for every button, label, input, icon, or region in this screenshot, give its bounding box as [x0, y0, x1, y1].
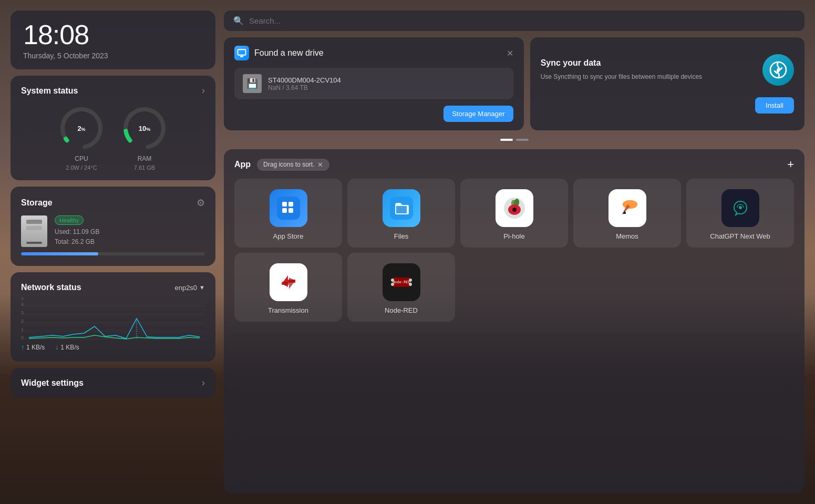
storage-header: Storage ⚙	[21, 197, 205, 209]
drive-notification-card: Found a new drive ✕ 💾 ST4000DM004-2CV104…	[224, 37, 524, 130]
svg-text:4: 4	[21, 302, 24, 307]
storage-used: Used: 11.09 GB	[55, 227, 99, 237]
ram-gauge-container: 10% RAM 7.61 GB	[121, 105, 168, 171]
svg-text:0: 0	[21, 335, 24, 340]
widget-settings-title: Widget settings	[21, 378, 84, 388]
app-grid: App Store	[234, 179, 794, 322]
svg-point-17	[770, 62, 786, 78]
pihole-label: Pi-hole	[503, 232, 524, 240]
healthy-badge: Healthy	[55, 215, 84, 225]
storage-card: Storage ⚙ Healthy Used: 11.09 GB Total: …	[11, 187, 215, 266]
svg-rect-20	[288, 202, 293, 207]
svg-rect-21	[282, 208, 287, 213]
upload-arrow-icon: ↑	[21, 344, 24, 351]
svg-text:3: 3	[21, 310, 24, 315]
ram-value: 10%	[139, 125, 150, 132]
install-button[interactable]: Install	[755, 97, 794, 114]
drive-notif-title-row: Found a new drive	[234, 46, 324, 60]
storage-settings-icon[interactable]: ⚙	[197, 197, 205, 209]
svg-point-33	[739, 206, 742, 209]
network-dropdown-icon[interactable]: ▼	[199, 284, 205, 291]
app-section: App Drag icons to sort. ✕ +	[224, 149, 804, 493]
network-header: Network status enp2s0 ▼	[21, 283, 205, 292]
system-status-chevron[interactable]: ›	[202, 85, 205, 96]
storage-manager-button[interactable]: Storage Manager	[443, 106, 513, 122]
syncthing-icon	[762, 54, 794, 86]
network-title: Network status	[21, 283, 81, 292]
drive-name: ST4000DM004-2CV104	[268, 76, 341, 84]
app-item-chatgpt[interactable]: ChatGPT Next Web	[686, 179, 794, 248]
storage-bar	[21, 252, 205, 255]
add-app-button[interactable]: +	[787, 158, 794, 171]
sync-card: Sync your data Use Syncthing to sync you…	[530, 37, 804, 130]
svg-text:2: 2	[21, 318, 24, 324]
pihole-icon	[496, 189, 533, 227]
network-stats: ↑ 1 KB/s ↓ 1 KB/s	[21, 344, 205, 351]
drive-notif-close[interactable]: ✕	[507, 48, 513, 58]
network-interface-label: enp2s0	[174, 284, 197, 292]
svg-rect-18	[277, 197, 300, 220]
drag-hint-chip: Drag icons to sort. ✕	[257, 159, 329, 171]
date-display: Thursday, 5 October 2023	[23, 52, 203, 60]
svg-text:1: 1	[21, 327, 24, 332]
drive-notif-title: Found a new drive	[254, 48, 324, 58]
dot-1	[500, 139, 513, 141]
drive-info: ST4000DM004-2CV104 NaN / 3.64 TB	[268, 76, 341, 91]
app-section-label: App	[234, 160, 251, 169]
chatgpt-icon	[721, 189, 759, 227]
ram-gauge: 10%	[121, 105, 168, 152]
pagination-dots	[224, 137, 804, 143]
upload-speed: 1 KB/s	[26, 344, 45, 351]
widget-settings-chevron[interactable]: ›	[202, 377, 205, 388]
network-card: Network status enp2s0 ▼ 0 1 2	[11, 272, 215, 362]
app-item-memos[interactable]: Memos	[573, 179, 681, 248]
app-item-files[interactable]: Files	[347, 179, 455, 248]
search-input[interactable]	[249, 16, 795, 25]
app-item-appstore[interactable]: App Store	[234, 179, 342, 248]
drive-left: 💾 ST4000DM004-2CV104 NaN / 3.64 TB	[243, 74, 341, 93]
dot-2	[516, 139, 529, 141]
storage-mgr-row: Storage Manager	[234, 106, 513, 122]
drive-icon	[21, 215, 47, 247]
files-icon	[383, 189, 420, 227]
notifications-row: Found a new drive ✕ 💾 ST4000DM004-2CV104…	[224, 37, 804, 130]
memos-label: Memos	[616, 232, 638, 240]
appstore-label: App Store	[273, 232, 304, 240]
net-download: ↓ 1 KB/s	[55, 344, 79, 351]
transmission-icon	[270, 263, 307, 301]
download-arrow-icon: ↓	[55, 344, 58, 351]
net-upload: ↑ 1 KB/s	[21, 344, 45, 351]
drive-notif-header: Found a new drive ✕	[234, 46, 513, 60]
svg-text:5: 5	[21, 297, 24, 301]
system-status-header: System status ›	[21, 85, 205, 96]
storage-info: Healthy Used: 11.09 GB Total: 26.2 GB	[21, 215, 205, 247]
sync-content: Sync your data Use Syncthing to sync you…	[541, 54, 794, 86]
widget-settings-card[interactable]: Widget settings ›	[11, 368, 215, 398]
storage-bar-fill	[21, 252, 98, 255]
time-display: 18:08	[23, 21, 203, 48]
network-interface[interactable]: enp2s0 ▼	[174, 284, 205, 292]
system-status-title: System status	[21, 86, 78, 96]
memos-icon	[608, 189, 646, 227]
svg-text:Node-RED: Node-RED	[393, 280, 410, 284]
download-speed: 1 KB/s	[60, 344, 79, 351]
svg-point-38	[391, 279, 394, 282]
drag-hint-close[interactable]: ✕	[317, 161, 323, 169]
nodered-icon: Node-RED	[383, 263, 420, 301]
cpu-sub: 2.0W / 24°C	[66, 164, 97, 171]
sync-text: Sync your data Use Syncthing to sync you…	[541, 58, 754, 81]
app-item-pihole[interactable]: Pi-hole	[460, 179, 568, 248]
appstore-icon	[270, 189, 307, 227]
app-item-nodered[interactable]: Node-RED Node-RED	[347, 253, 455, 322]
drive-size: NaN / 3.64 TB	[268, 84, 341, 91]
network-graph: 0 1 2 3 4 5	[21, 297, 205, 340]
app-header: App Drag icons to sort. ✕ +	[234, 158, 794, 171]
time-card: 18:08 Thursday, 5 October 2023	[11, 11, 215, 69]
svg-rect-16	[238, 49, 246, 55]
cpu-gauge-container: 2% CPU 2.0W / 24°C	[58, 105, 105, 171]
files-label: Files	[394, 232, 408, 240]
app-item-transmission[interactable]: Transmission	[234, 253, 342, 322]
drive-row: 💾 ST4000DM004-2CV104 NaN / 3.64 TB	[234, 68, 513, 99]
svg-point-40	[409, 279, 412, 282]
search-bar: 🔍	[224, 11, 804, 31]
